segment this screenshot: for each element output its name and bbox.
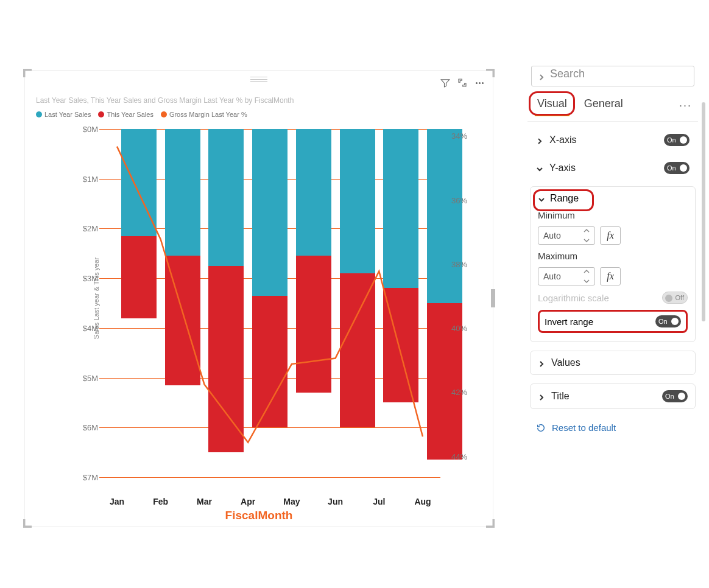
legend-label: This Year Sales xyxy=(107,111,153,118)
chart-title: Last Year Sales, This Year Sales and Gro… xyxy=(36,96,294,105)
x-axis-toggle[interactable]: On xyxy=(664,134,690,146)
section-x-axis[interactable]: X-axis On xyxy=(530,130,696,150)
chevron-right-icon xyxy=(538,72,545,80)
chevron-right-icon xyxy=(538,359,545,366)
bar-last-year-sales[interactable] xyxy=(165,129,200,256)
bar-group[interactable] xyxy=(208,129,244,477)
x-tick-label: Apr xyxy=(230,497,266,506)
format-search-input[interactable]: Search xyxy=(531,66,694,86)
bar-this-year-sales[interactable] xyxy=(296,256,331,393)
x-tick-label: Jan xyxy=(99,497,135,506)
y-tick-left: $4M xyxy=(72,323,98,332)
minimum-label: Minimum xyxy=(538,210,688,220)
x-tick-label: May xyxy=(274,497,309,506)
resize-handle-right[interactable] xyxy=(491,289,495,307)
gridline xyxy=(99,477,440,478)
legend-label: Last Year Sales xyxy=(44,111,91,118)
fx-button[interactable]: fx xyxy=(600,267,621,285)
section-label: Title xyxy=(551,391,570,402)
section-range[interactable]: Range xyxy=(538,193,579,204)
maximum-label: Maximum xyxy=(538,251,688,261)
pane-scrollbar[interactable] xyxy=(702,102,705,321)
y-tick-right: 42% xyxy=(451,388,467,397)
legend-swatch-series3 xyxy=(161,111,167,117)
focus-mode-icon[interactable] xyxy=(456,77,468,89)
section-label: X-axis xyxy=(549,135,576,145)
bar-last-year-sales[interactable] xyxy=(340,129,375,273)
title-toggle[interactable]: On xyxy=(662,390,688,402)
reset-to-default-button[interactable]: Reset to default xyxy=(530,418,696,438)
more-options-icon[interactable]: ··· xyxy=(679,99,692,112)
chart-plot-area xyxy=(77,129,462,488)
x-tick-label: Mar xyxy=(186,497,222,506)
bar-group[interactable] xyxy=(296,129,331,477)
x-tick-label: Jun xyxy=(318,497,353,506)
minimum-input[interactable]: Auto xyxy=(538,226,595,245)
bar-this-year-sales[interactable] xyxy=(165,256,200,385)
bar-group[interactable] xyxy=(165,129,200,477)
bar-last-year-sales[interactable] xyxy=(296,129,331,256)
y-tick-left: $2M xyxy=(72,224,98,233)
y-tick-left: $7M xyxy=(72,473,98,482)
bar-last-year-sales[interactable] xyxy=(383,129,418,288)
section-label: Values xyxy=(551,357,580,368)
x-tick-label: Aug xyxy=(405,497,440,506)
fx-button[interactable]: fx xyxy=(600,226,621,245)
bar-group[interactable] xyxy=(121,129,157,477)
x-tick-label: Jul xyxy=(361,497,397,506)
format-tabs: Visual General ··· xyxy=(527,95,698,122)
x-tick-label: Feb xyxy=(143,497,178,506)
bar-last-year-sales[interactable] xyxy=(121,129,157,236)
option-log-scale: Logarithmic scale Off xyxy=(538,292,688,304)
legend-label: Gross Margin Last Year % xyxy=(169,111,247,118)
bar-this-year-sales[interactable] xyxy=(383,288,418,402)
range-card: Range Minimum Auto fx Maximum Auto xyxy=(530,186,696,342)
filter-icon[interactable] xyxy=(439,77,451,89)
y-tick-left: $1M xyxy=(72,174,98,183)
option-invert-range: Invert range On xyxy=(538,310,688,333)
tab-general[interactable]: General xyxy=(582,95,626,116)
invert-range-toggle[interactable]: On xyxy=(655,315,681,327)
legend-swatch-series2 xyxy=(98,111,104,117)
chart-header xyxy=(25,71,493,95)
bar-group[interactable] xyxy=(427,129,462,477)
y-tick-left: $5M xyxy=(72,373,98,382)
bar-this-year-sales[interactable] xyxy=(121,236,157,318)
y-tick-right: 40% xyxy=(451,324,467,333)
bar-last-year-sales[interactable] xyxy=(208,129,244,266)
chevron-right-icon xyxy=(538,393,545,400)
chart-visual-container[interactable]: Last Year Sales, This Year Sales and Gro… xyxy=(24,70,493,527)
section-title[interactable]: Title On xyxy=(530,383,696,409)
chevron-down-icon xyxy=(536,164,543,172)
section-label: Y-axis xyxy=(549,163,576,173)
bar-this-year-sales[interactable] xyxy=(252,296,287,428)
maximum-input[interactable]: Auto xyxy=(538,267,595,285)
y-tick-right: 36% xyxy=(451,195,467,205)
y-tick-left: $3M xyxy=(72,274,98,283)
more-options-icon[interactable] xyxy=(473,77,485,89)
bar-last-year-sales[interactable] xyxy=(427,129,462,303)
bar-group[interactable] xyxy=(252,129,287,477)
section-values[interactable]: Values xyxy=(530,351,696,375)
y-tick-left: $6M xyxy=(72,423,98,432)
legend-swatch-series1 xyxy=(36,111,42,117)
y-axis-toggle[interactable]: On xyxy=(664,162,690,174)
section-y-axis[interactable]: Y-axis On xyxy=(530,158,696,178)
bar-group[interactable] xyxy=(383,129,418,477)
drag-grip-icon[interactable] xyxy=(250,77,267,82)
chart-legend: Last Year Sales This Year Sales Gross Ma… xyxy=(36,111,247,118)
y-tick-right: 34% xyxy=(451,131,467,141)
spinner-arrows-icon[interactable] xyxy=(584,269,592,284)
spinner-arrows-icon[interactable] xyxy=(584,228,592,243)
bar-group[interactable] xyxy=(340,129,375,477)
bar-this-year-sales[interactable] xyxy=(340,273,375,427)
log-scale-toggle: Off xyxy=(662,292,688,304)
annotation-ring xyxy=(533,189,594,211)
chevron-right-icon xyxy=(536,136,543,144)
bar-this-year-sales[interactable] xyxy=(208,266,244,452)
format-pane: Search Visual General ··· X-axis On Y-ax… xyxy=(527,66,698,539)
bar-last-year-sales[interactable] xyxy=(252,129,287,296)
y-tick-right: 44% xyxy=(451,452,467,461)
y-tick-left: $0M xyxy=(72,125,98,134)
x-axis-title: FiscalMonth xyxy=(25,509,493,522)
